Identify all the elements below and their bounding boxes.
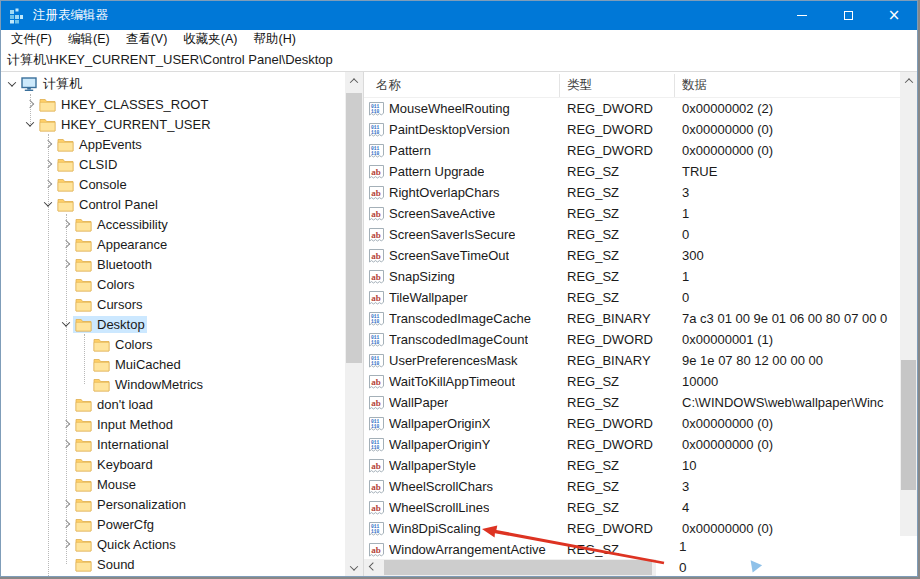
registry-value-row[interactable]: ab WheelScrollLines REG_SZ 4	[364, 497, 900, 518]
scroll-up-arrow-icon[interactable]	[345, 72, 363, 89]
registry-value-row[interactable]: ab SnapSizing REG_SZ 1	[364, 266, 900, 287]
tree-item[interactable]: Colors	[1, 274, 345, 294]
tree-item[interactable]: Quick Actions	[1, 534, 345, 554]
tree-vertical-scrollbar[interactable]	[345, 72, 363, 576]
tree-item[interactable]: WindowMetrics	[1, 374, 345, 394]
tree-item[interactable]: Keyboard	[1, 454, 345, 474]
tree-scrollbar-thumb[interactable]	[346, 93, 362, 363]
tree-item[interactable]: don't load	[1, 394, 345, 414]
registry-value-row[interactable]: 011 110 WallpaperOriginY REG_DWORD 0x000…	[364, 434, 900, 455]
expander-icon[interactable]	[41, 157, 55, 171]
registry-value-row[interactable]: 011 110 Pattern REG_DWORD 0x00000000 (0)	[364, 140, 900, 161]
menu-item[interactable]: 文件(F)	[3, 31, 60, 48]
list-hscrollbar-thumb[interactable]	[384, 560, 652, 575]
minimize-button[interactable]	[779, 1, 825, 30]
expander-icon[interactable]	[41, 197, 55, 211]
tree-item[interactable]: PowerCfg	[1, 514, 345, 534]
tree-item[interactable]: CLSID	[1, 154, 345, 174]
expander-icon[interactable]	[41, 177, 55, 191]
expander-icon[interactable]	[59, 517, 73, 531]
tree-item[interactable]: HKEY_CURRENT_USER	[1, 114, 345, 134]
expander-icon[interactable]	[59, 217, 73, 231]
registry-value-row[interactable]: ab WheelScrollChars REG_SZ 3	[364, 476, 900, 497]
tree-item[interactable]: Mouse	[1, 474, 345, 494]
registry-value-row[interactable]: 011 110 TranscodedImageCount REG_DWORD 0…	[364, 329, 900, 350]
registry-value-row[interactable]: 011 110 MouseWheelRouting REG_DWORD 0x00…	[364, 98, 900, 119]
expander-icon[interactable]	[41, 137, 55, 151]
tree-item[interactable]: AppEvents	[1, 134, 345, 154]
menu-item[interactable]: 查看(V)	[118, 31, 176, 48]
registry-value-row[interactable]: ab ScreenSaveActive REG_SZ 1	[364, 203, 900, 224]
tree-item[interactable]: HKEY_CLASSES_ROOT	[1, 94, 345, 114]
registry-value-row[interactable]: 011 110 PaintDesktopVersion REG_DWORD 0x…	[364, 119, 900, 140]
tree-item[interactable]	[1, 574, 345, 576]
registry-value-row[interactable]: ab ScreenSaveTimeOut REG_SZ 300	[364, 245, 900, 266]
value-data: 9e 1e 07 80 12 00 00 00	[675, 353, 900, 368]
registry-value-row[interactable]: ab TileWallpaper REG_SZ 0	[364, 287, 900, 308]
tree-item[interactable]: Desktop	[1, 314, 345, 334]
expander-icon[interactable]	[23, 117, 37, 131]
tree-item[interactable]: Personalization	[1, 494, 345, 514]
registry-value-row[interactable]: ab WaitToKillAppTimeout REG_SZ 10000	[364, 371, 900, 392]
expander-icon[interactable]	[5, 77, 19, 91]
tree-item[interactable]: Input Method	[1, 414, 345, 434]
registry-value-row[interactable]: ab WallPaper REG_SZ C:\WINDOWS\web\wallp…	[364, 392, 900, 413]
expander-icon[interactable]	[59, 317, 73, 331]
tree-item[interactable]: Console	[1, 174, 345, 194]
registry-value-row[interactable]: ab RightOverlapChars REG_SZ 3	[364, 182, 900, 203]
expander-icon[interactable]	[59, 397, 73, 411]
expander-icon[interactable]	[59, 477, 73, 491]
address-bar[interactable]: 计算机\HKEY_CURRENT_USER\Control Panel\Desk…	[1, 48, 917, 72]
maximize-button[interactable]	[825, 1, 871, 30]
column-header-type[interactable]: 类型	[560, 74, 675, 97]
value-name: RightOverlapChars	[389, 185, 500, 200]
tree-item[interactable]: Sound	[1, 554, 345, 574]
expander-icon[interactable]	[59, 237, 73, 251]
tree-item[interactable]: Control Panel	[1, 194, 345, 214]
expander-icon[interactable]	[59, 257, 73, 271]
registry-value-row[interactable]: 011 110 WallpaperOriginX REG_DWORD 0x000…	[364, 413, 900, 434]
expander-icon[interactable]	[59, 497, 73, 511]
registry-value-row[interactable]: 011 110 UserPreferencesMask REG_BINARY 9…	[364, 350, 900, 371]
tree-item[interactable]: Accessibility	[1, 214, 345, 234]
value-type: REG_SZ	[560, 479, 675, 494]
folder-icon	[39, 117, 56, 132]
tree-item[interactable]: International	[1, 434, 345, 454]
expander-icon[interactable]	[59, 297, 73, 311]
scroll-left-arrow-icon[interactable]	[364, 559, 381, 576]
expander-icon[interactable]	[77, 337, 91, 351]
tree-item[interactable]: MuiCached	[1, 354, 345, 374]
registry-value-row[interactable]: ab WallpaperStyle REG_SZ 10	[364, 455, 900, 476]
registry-value-row[interactable]: ab Pattern Upgrade REG_SZ TRUE	[364, 161, 900, 182]
registry-value-row[interactable]: 011 110 TranscodedImageCache REG_BINARY …	[364, 308, 900, 329]
expander-icon[interactable]	[59, 417, 73, 431]
expander-icon[interactable]	[59, 277, 73, 291]
expander-icon[interactable]	[23, 97, 37, 111]
menu-item[interactable]: 帮助(H)	[245, 31, 303, 48]
expander-icon[interactable]	[59, 557, 73, 571]
value-type: REG_DWORD	[560, 521, 675, 536]
menu-item[interactable]: 编辑(E)	[60, 31, 118, 48]
registry-value-row[interactable]: ab ScreenSaverIsSecure REG_SZ 0	[364, 224, 900, 245]
tree-item[interactable]: 计算机	[1, 74, 345, 94]
tree-item[interactable]: Cursors	[1, 294, 345, 314]
value-data: 10000	[675, 374, 900, 389]
column-header-name[interactable]: 名称	[364, 74, 560, 97]
expander-icon[interactable]	[77, 357, 91, 371]
tree-item-label: WindowMetrics	[115, 377, 203, 392]
menu-item[interactable]: 收藏夹(A)	[175, 31, 245, 48]
expander-icon[interactable]	[59, 457, 73, 471]
column-header-data[interactable]: 数据	[675, 74, 900, 97]
svg-text:ab: ab	[371, 229, 381, 239]
close-button[interactable]: ×	[871, 1, 917, 30]
expander-icon[interactable]	[59, 537, 73, 551]
scroll-down-arrow-icon[interactable]	[345, 559, 363, 576]
scroll-up-arrow-icon[interactable]	[900, 72, 917, 89]
tree-item[interactable]: Colors	[1, 334, 345, 354]
expander-icon[interactable]	[77, 377, 91, 391]
tree-item[interactable]: Appearance	[1, 234, 345, 254]
list-vertical-scrollbar[interactable]	[900, 72, 917, 559]
list-scrollbar-thumb[interactable]	[901, 360, 916, 490]
tree-item[interactable]: Bluetooth	[1, 254, 345, 274]
expander-icon[interactable]	[59, 437, 73, 451]
